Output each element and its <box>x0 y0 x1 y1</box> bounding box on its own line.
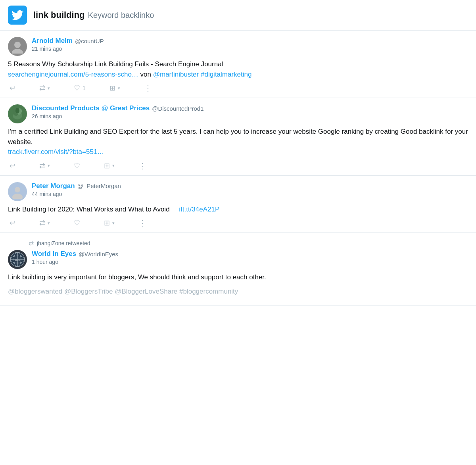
retweet-action-2[interactable]: ⇄ ▾ <box>39 161 50 170</box>
retweet-chevron-3: ▾ <box>48 221 50 226</box>
retweet-icon-3: ⇄ <box>39 219 45 227</box>
user-name-4[interactable]: World In Eyes <box>32 250 76 258</box>
retweet-icon: ⇄ <box>39 84 45 92</box>
tweet-faded-mentions: @bloggerswanted @BloggersTribe @BloggerL… <box>8 286 468 297</box>
tweet-text-2: I'm a certified Link Building and SEO Ex… <box>8 128 468 146</box>
more-action-1[interactable]: ⋮ <box>144 83 152 93</box>
like-action-3[interactable]: ♡ <box>74 219 80 227</box>
like-icon-3: ♡ <box>74 219 80 227</box>
svg-point-6 <box>15 187 20 192</box>
add-chevron: ▾ <box>118 86 120 91</box>
avatar-peter[interactable] <box>8 182 27 201</box>
svg-point-7 <box>12 194 23 199</box>
svg-text:World: World <box>15 259 20 261</box>
action-bar-2: ↩ ⇄ ▾ ♡ ⊞ ▾ ⋮ <box>8 161 468 171</box>
user-handle-2[interactable]: @DiscountedProd1 <box>152 105 203 112</box>
reply-action-3[interactable]: ↩ <box>10 219 15 227</box>
retweet-action-3[interactable]: ⇄ ▾ <box>39 219 50 227</box>
retweet-notice-text: jhangiZone retweeted <box>37 240 90 246</box>
user-info-3: Peter Morgan @_PeterMorgan_ 44 mins ago <box>32 182 124 197</box>
retweet-chevron-2: ▾ <box>48 163 50 168</box>
tweet-body-3: Link Building for 2020: What Works and W… <box>8 204 468 215</box>
user-name-2[interactable]: Discounted Products @ Great Prices <box>32 104 150 112</box>
add-icon-2: ⊞ <box>104 161 110 170</box>
tweet-4: ⇄ jhangiZone retweeted World In Eyes Wor… <box>0 233 476 306</box>
retweet-icon-2: ⇄ <box>39 161 45 170</box>
add-chevron-3: ▾ <box>112 221 115 226</box>
tweet-1: Arnold Melm @countUP 21 mins ago 5 Reaso… <box>0 31 476 98</box>
tweet-link-2[interactable]: track.fiverr.com/visit/?bta=551… <box>8 148 104 156</box>
tweet-text-1: 5 Reasons Why Scholarship Link Building … <box>8 60 223 68</box>
action-bar-1: ↩ ⇄ ▾ ♡ 1 ⊞ ▾ ⋮ <box>8 83 468 93</box>
tweet-hashtag-1[interactable]: #digitalmarketing <box>201 71 252 78</box>
avatar-arnold[interactable] <box>8 37 27 56</box>
user-info-1: Arnold Melm @countUP 21 mins ago <box>32 37 104 52</box>
timestamp-4: 1 hour ago <box>32 259 118 265</box>
reply-action-1[interactable]: ↩ <box>10 84 15 92</box>
like-icon: ♡ <box>74 84 80 92</box>
like-icon-2: ♡ <box>74 161 80 170</box>
avatar-worldineyes[interactable]: World In Eyes <box>8 250 27 269</box>
more-action-2[interactable]: ⋮ <box>138 161 147 171</box>
tweet-body-1: 5 Reasons Why Scholarship Link Building … <box>8 59 468 79</box>
more-action-3[interactable]: ⋮ <box>138 218 147 228</box>
user-info-2: Discounted Products @ Great Prices @Disc… <box>32 104 203 119</box>
faded-mentions-text: @bloggerswanted @BloggersTribe @BloggerL… <box>8 288 238 295</box>
retweet-chevron: ▾ <box>48 86 50 91</box>
user-handle-3[interactable]: @_PeterMorgan_ <box>77 183 125 189</box>
user-name-1[interactable]: Arnold Melm <box>32 37 73 45</box>
reply-icon-3: ↩ <box>10 219 15 227</box>
reply-action-2[interactable]: ↩ <box>10 161 15 170</box>
header-subtitle: Keyword backlinko <box>88 11 154 20</box>
add-action-1[interactable]: ⊞ ▾ <box>109 84 120 92</box>
add-chevron-2: ▾ <box>112 163 115 168</box>
user-handle-1[interactable]: @countUP <box>75 38 104 44</box>
svg-point-1 <box>12 49 23 54</box>
user-handle-4[interactable]: @WorldInEyes <box>79 251 118 257</box>
user-row-3: Peter Morgan @_PeterMorgan_ 44 mins ago <box>8 182 468 201</box>
like-action-1[interactable]: ♡ 1 <box>74 84 86 92</box>
add-icon: ⊞ <box>109 84 115 92</box>
like-count-1: 1 <box>83 85 86 91</box>
user-name-3[interactable]: Peter Morgan <box>32 182 75 190</box>
search-keyword: link building <box>33 10 85 20</box>
tweet-link-1[interactable]: searchenginejournal.com/5-reasons-scho… <box>8 71 138 78</box>
add-action-3[interactable]: ⊞ ▾ <box>104 219 115 227</box>
svg-point-5 <box>15 108 19 113</box>
user-info-4: World In Eyes @WorldInEyes 1 hour ago <box>32 250 118 265</box>
add-action-2[interactable]: ⊞ ▾ <box>104 161 115 170</box>
twitter-bird-icon <box>12 9 23 21</box>
timestamp-2: 26 mins ago <box>32 113 203 119</box>
tweet-mention-1[interactable]: @martinibuster <box>153 71 199 78</box>
retweet-notice-4: ⇄ jhangiZone retweeted <box>29 239 468 247</box>
retweet-action-1[interactable]: ⇄ ▾ <box>39 84 50 92</box>
avatar-img <box>10 39 25 54</box>
avatar-img-2 <box>10 107 25 121</box>
header: link building Keyword backlinko <box>0 0 476 31</box>
tweet-3: Peter Morgan @_PeterMorgan_ 44 mins ago … <box>0 176 476 233</box>
tweet-text-4: Link building is very important for blog… <box>8 273 266 281</box>
action-bar-3: ↩ ⇄ ▾ ♡ ⊞ ▾ ⋮ <box>8 218 468 228</box>
svg-text:In Eyes: In Eyes <box>15 262 20 264</box>
user-row-1: Arnold Melm @countUP 21 mins ago <box>8 37 468 56</box>
tweet-body-4: Link building is very important for blog… <box>8 272 468 282</box>
avatar-discounted[interactable] <box>8 104 27 123</box>
tweet-link-3[interactable]: ift.tt/34eA21P <box>179 206 219 213</box>
reply-icon-2: ↩ <box>10 161 15 170</box>
add-icon-3: ⊞ <box>104 219 110 227</box>
avatar-img-3 <box>10 184 25 199</box>
reply-icon: ↩ <box>10 84 15 92</box>
tweet-2: Discounted Products @ Great Prices @Disc… <box>0 98 476 176</box>
timestamp-1: 21 mins ago <box>32 46 104 52</box>
timestamp-3: 44 mins ago <box>32 191 124 197</box>
like-action-2[interactable]: ♡ <box>74 161 80 170</box>
twitter-logo <box>8 6 27 25</box>
tweet-text-3: Link Building for 2020: What Works and W… <box>8 206 170 213</box>
user-row-4: World In Eyes World In Eyes @WorldInEyes… <box>8 250 468 269</box>
retweet-notice-icon: ⇄ <box>29 239 34 247</box>
svg-point-0 <box>14 42 21 48</box>
tweet-von: von <box>140 71 153 78</box>
globe-avatar-img: World In Eyes <box>10 252 25 267</box>
tweet-body-2: I'm a certified Link Building and SEO Ex… <box>8 127 468 157</box>
user-row-2: Discounted Products @ Great Prices @Disc… <box>8 104 468 123</box>
